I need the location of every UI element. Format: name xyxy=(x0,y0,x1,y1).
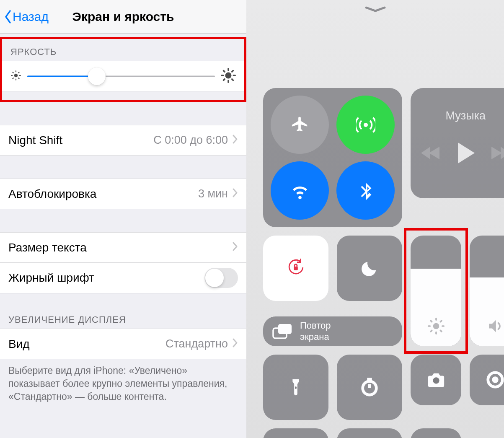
flashlight-icon xyxy=(286,378,305,397)
text-size-label: Размер текста xyxy=(8,241,228,254)
svg-rect-12 xyxy=(221,75,224,76)
settings-screen: Назад Экран и яркость ЯРКОСТЬ Night Shif… xyxy=(0,0,246,438)
bold-text-row: Жирный шрифт xyxy=(0,263,246,293)
moon-icon xyxy=(360,259,379,278)
music-module[interactable]: Музыка xyxy=(411,88,504,198)
chevron-right-icon xyxy=(232,241,238,254)
brightness-vertical-slider[interactable] xyxy=(411,236,461,346)
svg-rect-25 xyxy=(439,319,442,323)
nav-bar: Назад Экран и яркость xyxy=(0,0,246,34)
brightness-low-icon xyxy=(10,70,21,83)
chevron-right-icon xyxy=(232,134,238,147)
timer-button[interactable] xyxy=(337,355,402,420)
brightness-section-label: ЯРКОСТЬ xyxy=(2,42,244,61)
wifi-icon xyxy=(290,181,310,200)
svg-rect-24 xyxy=(441,325,444,327)
back-button[interactable]: Назад xyxy=(3,9,49,24)
svg-rect-30 xyxy=(278,324,292,334)
calculator-button[interactable] xyxy=(337,428,402,438)
svg-rect-6 xyxy=(12,77,14,79)
svg-rect-4 xyxy=(19,75,21,75)
svg-rect-26 xyxy=(429,329,433,332)
svg-rect-5 xyxy=(18,71,20,73)
camera-button[interactable] xyxy=(411,355,461,405)
connectivity-module xyxy=(263,88,402,227)
svg-rect-19 xyxy=(294,267,298,270)
svg-rect-16 xyxy=(222,69,226,73)
control-center: Музыка Повтор э xyxy=(246,0,504,438)
page-title: Экран и яркость xyxy=(72,10,174,24)
svg-rect-15 xyxy=(222,78,226,81)
svg-point-20 xyxy=(433,323,439,329)
view-label: Вид xyxy=(8,337,165,351)
svg-rect-10 xyxy=(227,68,229,71)
music-title: Музыка xyxy=(446,109,486,122)
svg-rect-21 xyxy=(435,317,437,320)
svg-rect-7 xyxy=(12,71,14,73)
camera-icon xyxy=(426,370,446,389)
previous-track-button[interactable] xyxy=(421,147,439,161)
low-power-button[interactable] xyxy=(411,428,461,438)
volume-vertical-slider[interactable] xyxy=(470,236,504,346)
svg-rect-23 xyxy=(427,325,430,327)
svg-rect-11 xyxy=(227,80,229,83)
play-button[interactable] xyxy=(456,143,475,165)
brightness-highlight: ЯРКОСТЬ xyxy=(0,37,246,102)
text-size-row[interactable]: Размер текста xyxy=(0,232,246,263)
svg-point-35 xyxy=(433,377,439,384)
chevron-left-icon xyxy=(3,9,13,24)
bold-text-label: Жирный шрифт xyxy=(8,271,204,285)
svg-rect-14 xyxy=(231,69,234,73)
wifi-button[interactable] xyxy=(271,161,329,220)
auto-lock-label: Автоблокировка xyxy=(8,187,198,201)
antenna-icon xyxy=(356,115,375,135)
bluetooth-icon xyxy=(356,181,375,200)
display-zoom-label: УВЕЛИЧЕНИЕ ДИСПЛЕЯ xyxy=(0,293,246,329)
back-label: Назад xyxy=(13,10,49,24)
brightness-slider-row xyxy=(2,61,244,91)
chevron-right-icon xyxy=(232,187,238,201)
airplane-mode-button[interactable] xyxy=(271,96,329,154)
svg-rect-17 xyxy=(231,78,234,81)
chevron-right-icon xyxy=(232,337,238,351)
auto-lock-row[interactable]: Автоблокировка 3 мин xyxy=(0,179,246,209)
brightness-high-icon xyxy=(221,68,236,85)
svg-point-0 xyxy=(14,73,18,77)
brightness-icon xyxy=(427,317,445,335)
bluetooth-button[interactable] xyxy=(336,161,395,220)
svg-rect-28 xyxy=(439,329,442,332)
view-value: Стандартно xyxy=(165,337,228,350)
rotation-lock-button[interactable] xyxy=(263,236,328,301)
svg-rect-3 xyxy=(11,75,13,75)
flashlight-button[interactable] xyxy=(263,355,328,420)
svg-rect-13 xyxy=(233,75,236,76)
svg-rect-31 xyxy=(295,386,297,389)
svg-rect-8 xyxy=(18,77,20,79)
brightness-slider[interactable] xyxy=(27,67,215,85)
night-shift-row[interactable]: Night Shift С 0:00 до 6:00 xyxy=(0,125,246,156)
bold-text-switch[interactable] xyxy=(204,268,238,288)
svg-rect-1 xyxy=(16,70,16,72)
svg-point-37 xyxy=(492,377,498,383)
svg-rect-27 xyxy=(429,319,433,323)
cellular-data-button[interactable] xyxy=(336,96,395,154)
record-icon xyxy=(486,370,504,389)
next-track-button[interactable] xyxy=(491,147,504,161)
wallet-button[interactable] xyxy=(263,428,328,438)
svg-point-18 xyxy=(364,123,368,127)
timer-icon xyxy=(360,378,379,397)
airplane-icon xyxy=(290,115,310,135)
svg-rect-22 xyxy=(435,331,437,334)
do-not-disturb-button[interactable] xyxy=(337,236,402,301)
screen-mirror-label: Повтор экрана xyxy=(300,320,331,342)
rotation-lock-icon xyxy=(286,258,305,279)
view-footnote: Выберите вид для iPhone: «Увеличено» пок… xyxy=(0,359,246,403)
view-row[interactable]: Вид Стандартно xyxy=(0,329,246,359)
svg-rect-2 xyxy=(16,78,16,80)
svg-point-9 xyxy=(225,72,232,78)
screen-record-button[interactable] xyxy=(470,355,504,405)
screen-mirror-icon xyxy=(272,323,292,340)
volume-icon xyxy=(486,317,504,335)
night-shift-value: С 0:00 до 6:00 xyxy=(153,134,228,147)
screen-mirroring-button[interactable]: Повтор экрана xyxy=(263,316,402,346)
